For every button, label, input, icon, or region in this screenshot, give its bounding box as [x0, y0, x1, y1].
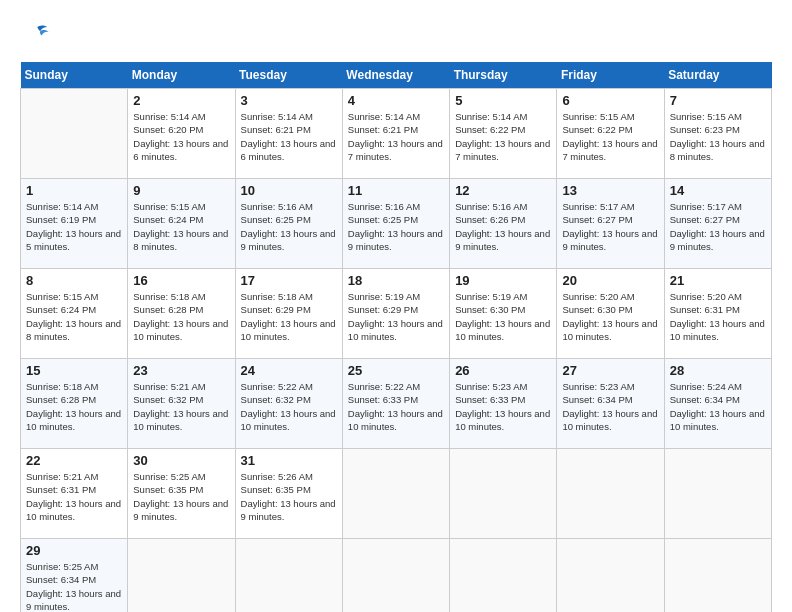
calendar-cell: 18Sunrise: 5:19 AM Sunset: 6:29 PM Dayli… — [342, 269, 449, 359]
calendar-day-header: Wednesday — [342, 62, 449, 89]
day-number: 19 — [455, 273, 551, 288]
calendar-cell: 12Sunrise: 5:16 AM Sunset: 6:26 PM Dayli… — [450, 179, 557, 269]
day-info: Sunrise: 5:15 AM Sunset: 6:22 PM Dayligh… — [562, 110, 658, 163]
day-number: 29 — [26, 543, 122, 558]
logo — [20, 20, 50, 52]
calendar-cell: 21Sunrise: 5:20 AM Sunset: 6:31 PM Dayli… — [664, 269, 771, 359]
day-info: Sunrise: 5:25 AM Sunset: 6:34 PM Dayligh… — [26, 560, 122, 612]
calendar-cell: 28Sunrise: 5:24 AM Sunset: 6:34 PM Dayli… — [664, 359, 771, 449]
day-info: Sunrise: 5:16 AM Sunset: 6:25 PM Dayligh… — [241, 200, 337, 253]
calendar-cell — [664, 449, 771, 539]
day-info: Sunrise: 5:15 AM Sunset: 6:24 PM Dayligh… — [26, 290, 122, 343]
calendar-day-header: Friday — [557, 62, 664, 89]
day-info: Sunrise: 5:17 AM Sunset: 6:27 PM Dayligh… — [670, 200, 766, 253]
day-number: 5 — [455, 93, 551, 108]
calendar-cell: 11Sunrise: 5:16 AM Sunset: 6:25 PM Dayli… — [342, 179, 449, 269]
calendar-week-row: 2Sunrise: 5:14 AM Sunset: 6:20 PM Daylig… — [21, 89, 772, 179]
day-number: 8 — [26, 273, 122, 288]
day-number: 7 — [670, 93, 766, 108]
calendar-cell: 15Sunrise: 5:18 AM Sunset: 6:28 PM Dayli… — [21, 359, 128, 449]
day-number: 22 — [26, 453, 122, 468]
calendar-cell — [342, 539, 449, 613]
day-number: 15 — [26, 363, 122, 378]
calendar-cell: 27Sunrise: 5:23 AM Sunset: 6:34 PM Dayli… — [557, 359, 664, 449]
calendar-day-header: Saturday — [664, 62, 771, 89]
day-number: 3 — [241, 93, 337, 108]
day-number: 2 — [133, 93, 229, 108]
day-number: 25 — [348, 363, 444, 378]
day-number: 27 — [562, 363, 658, 378]
day-info: Sunrise: 5:21 AM Sunset: 6:32 PM Dayligh… — [133, 380, 229, 433]
calendar-header-row: SundayMondayTuesdayWednesdayThursdayFrid… — [21, 62, 772, 89]
calendar-table: SundayMondayTuesdayWednesdayThursdayFrid… — [20, 62, 772, 612]
calendar-cell: 29Sunrise: 5:25 AM Sunset: 6:34 PM Dayli… — [21, 539, 128, 613]
day-number: 14 — [670, 183, 766, 198]
calendar-cell: 2Sunrise: 5:14 AM Sunset: 6:20 PM Daylig… — [128, 89, 235, 179]
calendar-week-row: 15Sunrise: 5:18 AM Sunset: 6:28 PM Dayli… — [21, 359, 772, 449]
day-number: 18 — [348, 273, 444, 288]
day-info: Sunrise: 5:14 AM Sunset: 6:21 PM Dayligh… — [241, 110, 337, 163]
calendar-cell: 19Sunrise: 5:19 AM Sunset: 6:30 PM Dayli… — [450, 269, 557, 359]
day-info: Sunrise: 5:22 AM Sunset: 6:33 PM Dayligh… — [348, 380, 444, 433]
calendar-cell: 20Sunrise: 5:20 AM Sunset: 6:30 PM Dayli… — [557, 269, 664, 359]
day-info: Sunrise: 5:15 AM Sunset: 6:23 PM Dayligh… — [670, 110, 766, 163]
day-info: Sunrise: 5:19 AM Sunset: 6:29 PM Dayligh… — [348, 290, 444, 343]
day-info: Sunrise: 5:14 AM Sunset: 6:19 PM Dayligh… — [26, 200, 122, 253]
calendar-cell — [235, 539, 342, 613]
calendar-cell: 13Sunrise: 5:17 AM Sunset: 6:27 PM Dayli… — [557, 179, 664, 269]
day-info: Sunrise: 5:15 AM Sunset: 6:24 PM Dayligh… — [133, 200, 229, 253]
day-number: 26 — [455, 363, 551, 378]
day-info: Sunrise: 5:19 AM Sunset: 6:30 PM Dayligh… — [455, 290, 551, 343]
calendar-cell: 26Sunrise: 5:23 AM Sunset: 6:33 PM Dayli… — [450, 359, 557, 449]
calendar-cell: 8Sunrise: 5:15 AM Sunset: 6:24 PM Daylig… — [21, 269, 128, 359]
day-number: 23 — [133, 363, 229, 378]
day-number: 9 — [133, 183, 229, 198]
calendar-cell — [128, 539, 235, 613]
calendar-day-header: Sunday — [21, 62, 128, 89]
day-number: 31 — [241, 453, 337, 468]
day-info: Sunrise: 5:20 AM Sunset: 6:30 PM Dayligh… — [562, 290, 658, 343]
calendar-cell: 30Sunrise: 5:25 AM Sunset: 6:35 PM Dayli… — [128, 449, 235, 539]
calendar-cell — [450, 539, 557, 613]
day-info: Sunrise: 5:14 AM Sunset: 6:21 PM Dayligh… — [348, 110, 444, 163]
day-info: Sunrise: 5:26 AM Sunset: 6:35 PM Dayligh… — [241, 470, 337, 523]
day-number: 6 — [562, 93, 658, 108]
calendar-week-row: 8Sunrise: 5:15 AM Sunset: 6:24 PM Daylig… — [21, 269, 772, 359]
day-number: 28 — [670, 363, 766, 378]
calendar-cell: 24Sunrise: 5:22 AM Sunset: 6:32 PM Dayli… — [235, 359, 342, 449]
day-number: 24 — [241, 363, 337, 378]
calendar-day-header: Monday — [128, 62, 235, 89]
day-info: Sunrise: 5:17 AM Sunset: 6:27 PM Dayligh… — [562, 200, 658, 253]
calendar-week-row: 29Sunrise: 5:25 AM Sunset: 6:34 PM Dayli… — [21, 539, 772, 613]
day-info: Sunrise: 5:23 AM Sunset: 6:34 PM Dayligh… — [562, 380, 658, 433]
day-number: 12 — [455, 183, 551, 198]
calendar-cell: 23Sunrise: 5:21 AM Sunset: 6:32 PM Dayli… — [128, 359, 235, 449]
calendar-cell: 9Sunrise: 5:15 AM Sunset: 6:24 PM Daylig… — [128, 179, 235, 269]
calendar-cell: 22Sunrise: 5:21 AM Sunset: 6:31 PM Dayli… — [21, 449, 128, 539]
day-number: 30 — [133, 453, 229, 468]
calendar-day-header: Tuesday — [235, 62, 342, 89]
calendar-cell: 4Sunrise: 5:14 AM Sunset: 6:21 PM Daylig… — [342, 89, 449, 179]
calendar-cell — [664, 539, 771, 613]
calendar-cell — [557, 539, 664, 613]
calendar-week-row: 1Sunrise: 5:14 AM Sunset: 6:19 PM Daylig… — [21, 179, 772, 269]
calendar-cell: 6Sunrise: 5:15 AM Sunset: 6:22 PM Daylig… — [557, 89, 664, 179]
calendar-cell: 14Sunrise: 5:17 AM Sunset: 6:27 PM Dayli… — [664, 179, 771, 269]
day-info: Sunrise: 5:25 AM Sunset: 6:35 PM Dayligh… — [133, 470, 229, 523]
calendar-cell: 17Sunrise: 5:18 AM Sunset: 6:29 PM Dayli… — [235, 269, 342, 359]
calendar-cell — [21, 89, 128, 179]
calendar-week-row: 22Sunrise: 5:21 AM Sunset: 6:31 PM Dayli… — [21, 449, 772, 539]
day-info: Sunrise: 5:16 AM Sunset: 6:26 PM Dayligh… — [455, 200, 551, 253]
day-number: 16 — [133, 273, 229, 288]
logo-bird-icon — [22, 20, 50, 48]
calendar-cell: 31Sunrise: 5:26 AM Sunset: 6:35 PM Dayli… — [235, 449, 342, 539]
day-number: 1 — [26, 183, 122, 198]
calendar-cell: 25Sunrise: 5:22 AM Sunset: 6:33 PM Dayli… — [342, 359, 449, 449]
calendar-cell: 1Sunrise: 5:14 AM Sunset: 6:19 PM Daylig… — [21, 179, 128, 269]
day-number: 11 — [348, 183, 444, 198]
day-info: Sunrise: 5:24 AM Sunset: 6:34 PM Dayligh… — [670, 380, 766, 433]
day-info: Sunrise: 5:18 AM Sunset: 6:29 PM Dayligh… — [241, 290, 337, 343]
day-number: 4 — [348, 93, 444, 108]
day-info: Sunrise: 5:18 AM Sunset: 6:28 PM Dayligh… — [26, 380, 122, 433]
day-info: Sunrise: 5:23 AM Sunset: 6:33 PM Dayligh… — [455, 380, 551, 433]
